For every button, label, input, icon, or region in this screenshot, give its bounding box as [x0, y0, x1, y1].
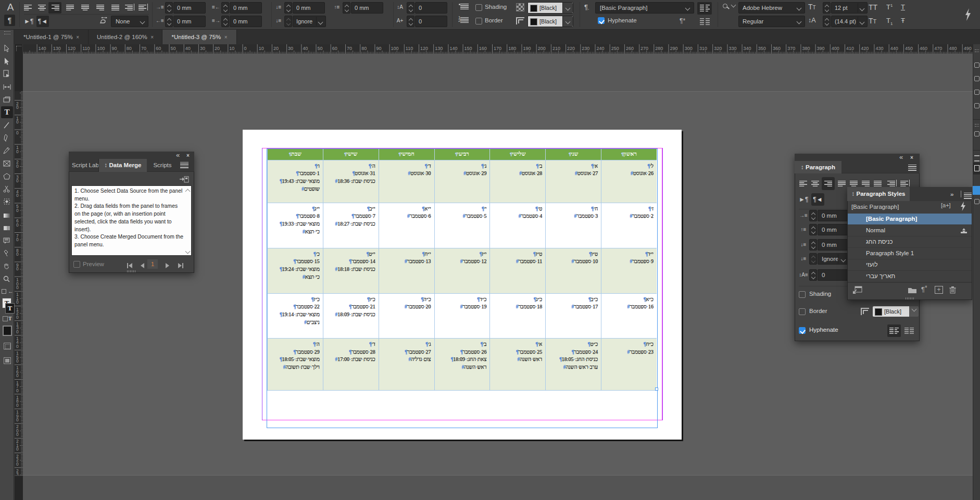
svg-text:130: 130 [53, 46, 61, 51]
svg-text:210: 210 [552, 46, 560, 51]
svg-text:0: 0 [16, 208, 19, 213]
svg-text:490: 490 [964, 46, 972, 51]
svg-text:220: 220 [567, 46, 575, 51]
svg-text:0: 0 [16, 373, 19, 378]
svg-text:0: 0 [16, 193, 19, 198]
svg-text:400: 400 [832, 46, 839, 51]
svg-text:230: 230 [582, 46, 589, 51]
svg-text:0: 0 [16, 178, 19, 183]
svg-text:200: 200 [538, 46, 546, 51]
svg-text:0: 0 [16, 266, 19, 271]
svg-text:160: 160 [479, 46, 487, 51]
svg-text:110: 110 [406, 46, 413, 51]
svg-text:20: 20 [215, 46, 220, 51]
svg-text:470: 470 [934, 46, 942, 51]
svg-text:0: 0 [16, 417, 19, 422]
svg-text:0: 0 [244, 46, 247, 51]
svg-text:30: 30 [200, 46, 205, 51]
svg-text:140: 140 [39, 46, 46, 51]
svg-text:0: 0 [16, 149, 19, 154]
svg-text:0: 0 [16, 432, 19, 437]
svg-text:110: 110 [82, 46, 90, 51]
svg-text:150: 150 [464, 46, 472, 51]
svg-text:0: 0 [16, 164, 19, 169]
svg-text:330: 330 [728, 46, 736, 51]
svg-text:170: 170 [494, 46, 501, 51]
svg-text:40: 40 [303, 46, 308, 51]
svg-text:260: 260 [626, 46, 634, 51]
svg-text:380: 380 [802, 46, 810, 51]
svg-text:350: 350 [758, 46, 766, 51]
svg-text:60: 60 [156, 46, 161, 51]
svg-text:70: 70 [141, 46, 146, 51]
svg-text:340: 340 [744, 46, 751, 51]
svg-text:0: 0 [16, 344, 19, 349]
svg-text:10: 10 [229, 46, 234, 51]
svg-text:0: 0 [16, 299, 19, 305]
svg-text:410: 410 [846, 46, 854, 51]
svg-text:360: 360 [773, 46, 781, 51]
svg-text:0: 0 [16, 237, 19, 242]
svg-text:370: 370 [787, 46, 795, 51]
svg-text:0: 0 [16, 388, 19, 393]
svg-text:0: 0 [16, 130, 19, 135]
svg-text:480: 480 [949, 46, 957, 51]
svg-text:430: 430 [875, 46, 883, 51]
svg-text:0: 0 [16, 285, 19, 290]
svg-text:0: 0 [16, 252, 19, 257]
svg-text:80: 80 [127, 46, 132, 51]
svg-text:0: 0 [16, 461, 19, 467]
svg-text:240: 240 [597, 46, 605, 51]
svg-text:450: 450 [905, 46, 913, 51]
svg-text:440: 440 [890, 46, 898, 51]
svg-text:320: 320 [714, 46, 722, 51]
svg-text:300: 300 [685, 46, 693, 51]
svg-text:0: 0 [16, 315, 19, 320]
svg-text:80: 80 [361, 46, 367, 51]
svg-text:90: 90 [376, 46, 381, 51]
svg-text:60: 60 [332, 46, 337, 51]
svg-text:0: 0 [16, 105, 19, 110]
svg-text:130: 130 [435, 46, 443, 51]
svg-text:180: 180 [508, 46, 516, 51]
svg-text:10: 10 [259, 46, 264, 51]
svg-text:0: 0 [16, 403, 19, 408]
svg-text:310: 310 [699, 46, 707, 51]
svg-text:390: 390 [817, 46, 825, 51]
svg-text:280: 280 [655, 46, 663, 51]
svg-text:70: 70 [347, 46, 352, 51]
svg-text:100: 100 [391, 46, 399, 51]
svg-text:270: 270 [640, 46, 648, 51]
svg-text:0: 0 [16, 119, 19, 124]
svg-text:120: 120 [420, 46, 428, 51]
svg-text:20: 20 [273, 46, 279, 51]
svg-text:40: 40 [185, 46, 191, 51]
svg-text:90: 90 [112, 46, 117, 51]
svg-text:190: 190 [523, 46, 531, 51]
svg-text:0: 0 [16, 222, 19, 228]
svg-text:120: 120 [68, 46, 76, 51]
svg-text:50: 50 [171, 46, 176, 51]
svg-text:50: 50 [318, 46, 323, 51]
svg-text:420: 420 [861, 46, 869, 51]
svg-text:290: 290 [670, 46, 678, 51]
svg-text:140: 140 [449, 46, 457, 51]
svg-text:30: 30 [288, 46, 293, 51]
svg-text:0: 0 [16, 329, 19, 334]
svg-text:0: 0 [16, 446, 19, 452]
svg-text:100: 100 [97, 46, 105, 51]
svg-text:0: 0 [16, 358, 19, 364]
svg-text:460: 460 [920, 46, 927, 51]
svg-text:250: 250 [611, 46, 619, 51]
